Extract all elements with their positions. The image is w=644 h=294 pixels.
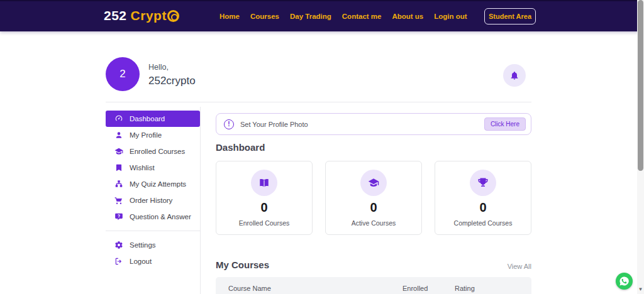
site-logo[interactable]: 252 Crypt <box>104 8 179 23</box>
stat-icon-circle <box>251 170 277 196</box>
column-course-name: Course Name <box>216 277 402 292</box>
nav-links: Home Courses Day Trading Contact me Abou… <box>219 13 467 20</box>
column-enrolled: Enrolled <box>402 277 455 292</box>
scrollbar-thumb[interactable] <box>638 0 643 171</box>
page-scrollbar[interactable]: ▼ <box>637 0 644 294</box>
avatar: 2 <box>106 57 140 91</box>
sidebar-item-label: Logout <box>130 258 152 265</box>
nav-link-courses[interactable]: Courses <box>250 13 279 20</box>
sidebar-section-divider <box>106 231 200 231</box>
sidebar-item-settings[interactable]: Settings <box>106 237 200 253</box>
cart-icon <box>114 196 123 205</box>
sidebar-item-label: My Quiz Attempts <box>130 180 186 188</box>
coin-icon <box>167 10 179 22</box>
sidebar-item-my-quiz-attempts[interactable]: My Quiz Attempts <box>106 176 200 192</box>
exclamation-circle-icon: ! <box>224 119 234 129</box>
logo-word: Crypt <box>131 8 167 23</box>
graduation-cap-icon <box>114 147 123 156</box>
sidebar-divider <box>200 107 201 294</box>
sidebar-item-label: Dashboard <box>130 115 165 122</box>
stat-card-active-courses: 0 Active Courses <box>325 161 422 235</box>
trophy-icon <box>477 177 489 188</box>
open-book-icon <box>258 177 270 188</box>
scrollbar-down-arrow[interactable]: ▼ <box>637 286 644 293</box>
alert-text: Set Your Profile Photo <box>240 121 484 128</box>
greeting-hello: Hello, <box>148 63 169 72</box>
dashboard-gauge-icon <box>114 114 123 123</box>
dashboard-sidebar: Dashboard My Profile Enrolled Courses Wi… <box>106 111 200 270</box>
question-bubble-icon <box>114 212 123 221</box>
main-content: ! Set Your Profile Photo Click Here Dash… <box>216 113 531 294</box>
notifications-button[interactable] <box>503 64 526 87</box>
nav-link-contact-me[interactable]: Contact me <box>342 13 382 20</box>
dashboard-title: Dashboard <box>216 142 531 153</box>
logo-number: 252 <box>104 8 127 23</box>
courses-table-header: Course Name Enrolled Rating <box>216 277 531 294</box>
nav-link-home[interactable]: Home <box>219 13 240 20</box>
sidebar-item-question-answer[interactable]: Question & Answer <box>106 209 200 225</box>
sidebar-item-label: Settings <box>130 241 156 249</box>
my-courses-header: My Courses View All <box>216 259 531 270</box>
sidebar-item-enrolled-courses[interactable]: Enrolled Courses <box>106 143 200 160</box>
whatsapp-icon <box>619 276 630 286</box>
sidebar-item-label: Question & Answer <box>130 213 191 220</box>
greeting-username: 252crypto <box>148 75 196 87</box>
sidebar-item-label: Wishlist <box>130 164 155 172</box>
column-rating: Rating <box>455 277 531 292</box>
graduation-cap-icon <box>368 177 379 188</box>
avatar-initial: 2 <box>119 68 125 80</box>
nav-link-login-out[interactable]: Login out <box>434 13 467 20</box>
nav-link-about-us[interactable]: About us <box>392 13 423 20</box>
my-courses-title: My Courses <box>216 259 269 270</box>
sidebar-item-label: Enrolled Courses <box>130 148 185 155</box>
stat-label: Enrolled Courses <box>239 219 290 227</box>
bell-icon <box>509 70 519 80</box>
gear-icon <box>114 241 123 249</box>
top-navbar: 252 Crypt Home Courses Day Trading Conta… <box>0 0 644 31</box>
stat-value: 0 <box>479 200 486 215</box>
stat-icon-circle <box>470 170 496 196</box>
header-divider <box>106 102 531 102</box>
stat-value: 0 <box>370 200 377 215</box>
sidebar-item-dashboard[interactable]: Dashboard <box>106 111 200 127</box>
stat-cards: 0 Enrolled Courses 0 Active Courses 0 Co… <box>216 161 531 235</box>
stat-label: Completed Courses <box>454 219 513 227</box>
student-area-button[interactable]: Student Area <box>484 8 536 24</box>
sidebar-item-my-profile[interactable]: My Profile <box>106 127 200 143</box>
stat-label: Active Courses <box>352 219 396 227</box>
stat-card-completed-courses: 0 Completed Courses <box>435 161 531 235</box>
sidebar-item-logout[interactable]: Logout <box>106 253 200 270</box>
stat-value: 0 <box>260 200 267 215</box>
click-here-button[interactable]: Click Here <box>484 117 526 131</box>
page: 252 Crypt Home Courses Day Trading Conta… <box>0 0 644 294</box>
view-all-link[interactable]: View All <box>508 263 531 270</box>
profile-photo-alert: ! Set Your Profile Photo Click Here <box>216 113 531 135</box>
sidebar-item-order-history[interactable]: Order History <box>106 192 200 209</box>
nav-link-day-trading[interactable]: Day Trading <box>290 13 331 20</box>
bookmark-icon <box>114 163 123 172</box>
sidebar-item-label: My Profile <box>130 131 162 139</box>
stat-icon-circle <box>360 170 387 196</box>
sidebar-item-label: Order History <box>130 197 172 204</box>
user-icon <box>114 131 123 139</box>
whatsapp-button[interactable] <box>616 273 633 290</box>
sitemap-icon <box>114 180 123 188</box>
logout-icon <box>114 257 123 266</box>
stat-card-enrolled-courses: 0 Enrolled Courses <box>216 161 313 235</box>
sidebar-item-wishlist[interactable]: Wishlist <box>106 160 200 176</box>
